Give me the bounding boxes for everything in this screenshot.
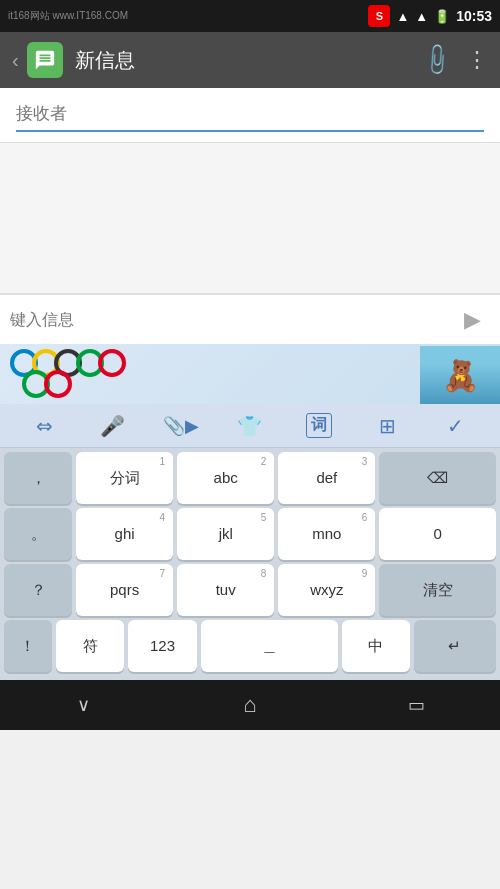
- app-icon: [27, 42, 63, 78]
- key-fu[interactable]: 符: [56, 620, 124, 672]
- grid-icon: ⊞: [379, 414, 395, 438]
- send-icon: ▶: [464, 307, 481, 333]
- back-button[interactable]: ‹: [12, 49, 19, 72]
- status-bar: it168网站 www.IT168.COM S ▲ ▲ 🔋 10:53: [0, 0, 500, 32]
- key-question[interactable]: ？: [4, 564, 72, 616]
- attach-tool-button[interactable]: 📎▶: [161, 408, 201, 444]
- key-comma[interactable]: ，: [4, 452, 72, 504]
- send-button[interactable]: ▶: [454, 302, 490, 338]
- key-wxyz[interactable]: 9 wxyz: [278, 564, 375, 616]
- key-label: abc: [214, 469, 238, 487]
- battery-icon: 🔋: [434, 9, 450, 24]
- key-fenci[interactable]: 1 分词: [76, 452, 173, 504]
- attach-tool-icon: 📎▶: [163, 415, 199, 437]
- key-mno[interactable]: 6 mno: [278, 508, 375, 560]
- confirm-tool-button[interactable]: ✓: [436, 408, 476, 444]
- clock: 10:53: [456, 8, 492, 24]
- message-body: [0, 143, 500, 293]
- recent-nav-icon: ▭: [408, 694, 425, 716]
- keyboard: ， 1 分词 2 abc 3 def ⌫ 。 4 ghi 5 jkl: [0, 448, 500, 680]
- key-label: ，: [31, 469, 46, 487]
- key-num: 7: [160, 568, 166, 579]
- key-jkl[interactable]: 5 jkl: [177, 508, 274, 560]
- key-num: 9: [362, 568, 368, 579]
- key-pqrs[interactable]: 7 pqrs: [76, 564, 173, 616]
- key-label: 。: [31, 525, 46, 543]
- cursor-icon: ⇔: [36, 414, 53, 438]
- key-label: jkl: [219, 525, 233, 543]
- enter-icon: ↵: [448, 637, 461, 655]
- key-ghi[interactable]: 4 ghi: [76, 508, 173, 560]
- theme-tool-button[interactable]: 👕: [230, 408, 270, 444]
- key-label: 清空: [423, 581, 453, 599]
- sogou-icon: S: [368, 5, 390, 27]
- key-clear[interactable]: 清空: [379, 564, 496, 616]
- key-label: tuv: [216, 581, 236, 599]
- key-enter[interactable]: ↵: [414, 620, 496, 672]
- key-zero[interactable]: 0: [379, 508, 496, 560]
- toolbar-right: 📎 ⋮: [423, 47, 488, 73]
- keyboard-banner: 🧸: [0, 344, 500, 404]
- mic-tool-button[interactable]: 🎤: [93, 408, 133, 444]
- watermark-text: it168网站 www.IT168.COM: [8, 9, 128, 23]
- key-period[interactable]: 。: [4, 508, 72, 560]
- key-chinese[interactable]: 中: [342, 620, 410, 672]
- cursor-tool-button[interactable]: ⇔: [24, 408, 64, 444]
- key-num: 5: [261, 512, 267, 523]
- key-label: ？: [31, 581, 46, 599]
- key-label: mno: [312, 525, 341, 543]
- key-abc[interactable]: 2 abc: [177, 452, 274, 504]
- more-options-icon[interactable]: ⋮: [466, 47, 488, 73]
- key-num: 2: [261, 456, 267, 467]
- key-space[interactable]: ＿: [201, 620, 338, 672]
- key-num: 3: [362, 456, 368, 467]
- home-nav-button[interactable]: ⌂: [220, 685, 280, 725]
- key-123[interactable]: 123: [128, 620, 196, 672]
- sogou-label: S: [376, 10, 383, 22]
- key-row-2: 。 4 ghi 5 jkl 6 mno 0: [4, 508, 496, 560]
- mascot-image: 🧸: [420, 346, 500, 404]
- status-right: S ▲ ▲ 🔋 10:53: [368, 5, 492, 27]
- compose-input[interactable]: [10, 311, 454, 329]
- key-row-1: ， 1 分词 2 abc 3 def ⌫: [4, 452, 496, 504]
- key-label: 符: [83, 637, 98, 655]
- recent-nav-button[interactable]: ▭: [387, 685, 447, 725]
- rings-row2: [22, 370, 72, 398]
- back-nav-icon: ∨: [77, 694, 90, 716]
- backspace-icon: ⌫: [427, 469, 448, 487]
- key-label: ghi: [115, 525, 135, 543]
- key-label: ！: [20, 637, 35, 655]
- key-tuv[interactable]: 8 tuv: [177, 564, 274, 616]
- wifi-icon: ▲: [396, 9, 409, 24]
- bottom-nav: ∨ ⌂ ▭: [0, 680, 500, 730]
- attach-icon[interactable]: 📎: [418, 41, 455, 78]
- page-title: 新信息: [75, 47, 423, 74]
- key-num: 4: [160, 512, 166, 523]
- key-def[interactable]: 3 def: [278, 452, 375, 504]
- signal-icon: ▲: [415, 9, 428, 24]
- key-row-3: ？ 7 pqrs 8 tuv 9 wxyz 清空: [4, 564, 496, 616]
- mic-icon: 🎤: [100, 414, 125, 438]
- key-num: 6: [362, 512, 368, 523]
- grid-tool-button[interactable]: ⊞: [367, 408, 407, 444]
- ring-red2: [44, 370, 72, 398]
- recipient-input[interactable]: [16, 98, 484, 132]
- key-label: wxyz: [310, 581, 343, 599]
- key-num: 8: [261, 568, 267, 579]
- key-num: 1: [160, 456, 166, 467]
- key-label: def: [316, 469, 337, 487]
- check-icon: ✓: [447, 414, 464, 438]
- key-label: 中: [368, 637, 383, 655]
- key-label: 0: [434, 525, 442, 543]
- key-backspace[interactable]: ⌫: [379, 452, 496, 504]
- dict-tool-button[interactable]: 词: [299, 408, 339, 444]
- dict-icon: 词: [306, 413, 332, 438]
- home-nav-icon: ⌂: [243, 692, 256, 718]
- key-label: ＿: [262, 637, 277, 655]
- back-nav-button[interactable]: ∨: [53, 685, 113, 725]
- compose-area: ▶: [0, 294, 500, 344]
- key-exclaim[interactable]: ！: [4, 620, 52, 672]
- key-row-4: ！ 符 123 ＿ 中 ↵: [4, 620, 496, 672]
- ring-red: [98, 349, 126, 377]
- action-bar: ‹ 新信息 📎 ⋮: [0, 32, 500, 88]
